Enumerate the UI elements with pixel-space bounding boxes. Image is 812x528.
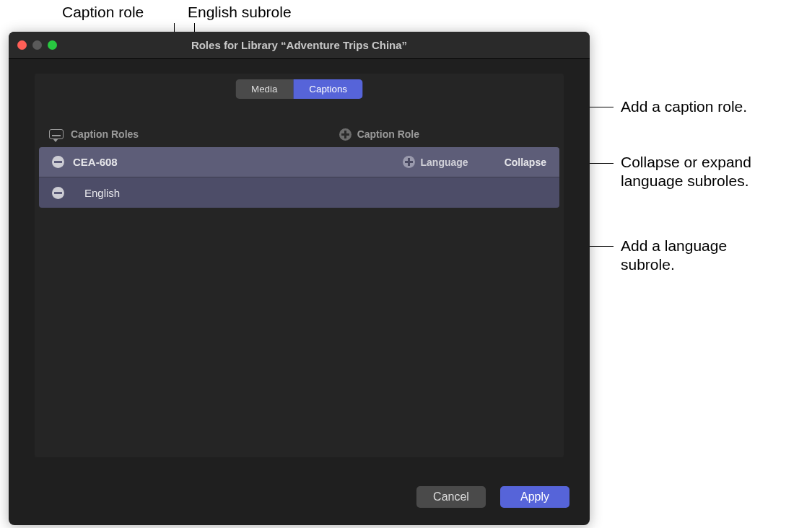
add-caption-role-label: Caption Role [357,128,419,140]
tab-captions[interactable]: Captions [293,79,363,99]
segmented-media-captions: Media Captions [235,79,363,99]
roles-window: Roles for Library “Adventure Trips China… [9,32,590,525]
collapse-button[interactable]: Collapse [505,157,546,168]
language-subrole-name: English [84,187,120,199]
caption-role-name: CEA-608 [73,156,118,168]
cancel-button[interactable]: Cancel [416,486,486,508]
callout-caption-role: Caption role [62,3,144,22]
callout-add-caption-role: Add a caption role. [621,97,747,116]
titlebar: Roles for Library “Adventure Trips China… [9,32,590,59]
plus-icon [339,128,352,141]
remove-role-icon[interactable] [52,156,64,168]
caption-roles-header: Caption Roles Caption Role [49,120,549,149]
remove-subrole-icon[interactable] [52,187,64,199]
tab-media[interactable]: Media [235,79,293,99]
footer-buttons: Cancel Apply [416,486,569,508]
plus-icon [403,156,415,168]
language-subrole-row[interactable]: English [39,177,559,208]
caption-icon [49,129,64,139]
add-language-label: Language [421,157,468,168]
callout-collapse-expand: Collapse or expand language subroles. [621,153,801,191]
window-title: Roles for Library “Adventure Trips China… [9,39,590,51]
zoom-icon[interactable] [48,40,57,50]
callout-english-subrole: English subrole [188,3,292,22]
minimize-icon [32,40,42,50]
apply-button[interactable]: Apply [500,486,569,508]
close-icon[interactable] [17,40,27,50]
add-language-button[interactable]: Language [403,156,468,168]
caption-roles-label: Caption Roles [71,128,139,140]
caption-role-row[interactable]: CEA-608 Language Collapse [39,147,559,177]
add-caption-role-button[interactable]: Caption Role [339,128,419,141]
traffic-lights [17,40,57,50]
callout-add-language-subrole: Add a language subrole. [621,237,765,275]
